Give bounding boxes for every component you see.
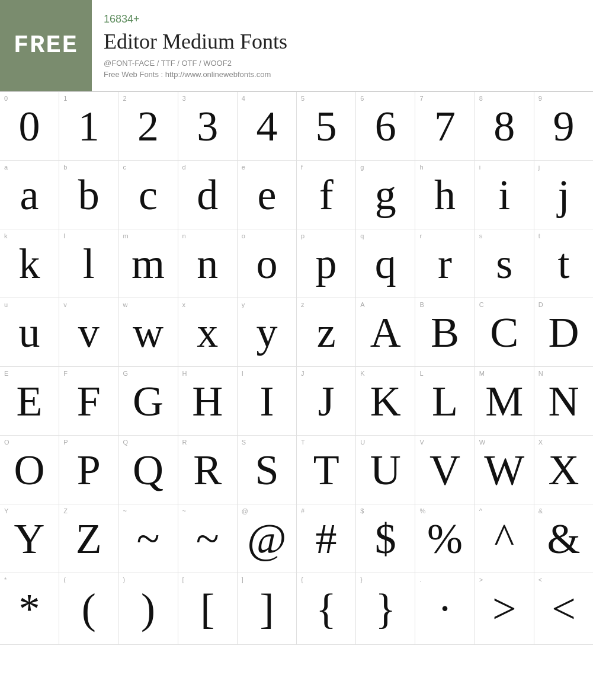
glyph-label: g (360, 164, 364, 171)
glyph-char: X (548, 449, 579, 491)
glyph-label: 2 (123, 95, 126, 102)
glyph-cell-1-7: hh (415, 161, 475, 229)
glyph-label: R (182, 439, 187, 446)
glyph-label: z (301, 301, 304, 308)
glyph-cell-1-8: ii (475, 161, 534, 229)
glyph-cell-0-3: 33 (178, 92, 238, 160)
glyph-label: h (419, 164, 423, 171)
glyph-cell-6-5: ## (297, 504, 356, 573)
glyph-char: v (78, 311, 100, 354)
glyph-char: w (133, 311, 164, 354)
glyph-char: ( (82, 587, 96, 630)
glyph-char: l (83, 242, 95, 285)
glyph-label: E (4, 370, 8, 377)
glyph-char: 5 (316, 105, 337, 148)
glyph-char: 1 (78, 105, 100, 148)
glyph-cell-1-5: ff (297, 161, 356, 229)
glyph-char: P (77, 449, 101, 491)
glyph-cell-7-9: << (534, 573, 593, 644)
glyph-cell-5-4: SS (238, 436, 297, 504)
glyph-char: I (259, 380, 274, 423)
glyph-cell-0-8: 88 (475, 92, 534, 160)
glyph-label: F (63, 370, 68, 377)
glyph-cell-1-2: cc (118, 161, 178, 229)
glyph-cell-7-6: }} (356, 573, 415, 644)
glyph-char: q (375, 242, 396, 285)
glyph-char: ^ (494, 517, 514, 560)
glyph-char: ~ (196, 517, 219, 560)
glyph-char: p (316, 242, 337, 285)
glyph-label: l (63, 232, 65, 239)
glyph-cell-7-0: ** (0, 573, 59, 644)
glyph-char: # (316, 517, 337, 560)
glyph-char: B (431, 311, 459, 354)
glyph-label: x (182, 301, 186, 308)
glyph-cell-3-4: yy (238, 298, 297, 366)
glyph-cell-3-5: zz (297, 298, 356, 366)
glyph-label: f (301, 164, 303, 171)
glyph-cell-1-3: dd (178, 161, 238, 229)
glyph-cell-6-9: && (534, 504, 593, 573)
glyph-char: { (316, 587, 336, 630)
glyph-cell-5-9: XX (534, 436, 593, 504)
glyph-cell-4-4: II (238, 367, 297, 435)
glyph-label: # (301, 507, 304, 514)
glyph-cell-5-7: VV (415, 436, 475, 504)
glyph-char: ] (259, 587, 274, 630)
glyph-row-4: EEFFGGHHIIJJKKLLMMNN (0, 367, 593, 436)
glyph-char: ~ (137, 517, 160, 560)
glyph-char: $ (375, 517, 396, 560)
glyph-cell-2-2: mm (118, 229, 178, 298)
glyph-cell-5-5: TT (297, 436, 356, 504)
glyph-cell-2-3: nn (178, 229, 238, 298)
glyph-cell-0-1: 11 (59, 92, 118, 160)
glyph-label: O (4, 439, 9, 446)
glyph-char: [ (200, 587, 214, 630)
glyph-char: Z (76, 517, 102, 560)
glyph-cell-1-6: gg (356, 161, 415, 229)
glyph-label: { (301, 576, 303, 583)
glyph-char: Y (14, 517, 45, 560)
glyph-label: 8 (479, 95, 483, 102)
glyph-cell-6-3: ~~ (178, 504, 238, 573)
glyph-label: w (123, 301, 127, 308)
glyph-label: G (123, 370, 128, 377)
header-count: 16834+ (104, 13, 287, 25)
glyph-label: S (242, 439, 246, 446)
glyph-label: * (4, 576, 7, 583)
glyph-char: 3 (197, 105, 218, 148)
glyph-char: k (19, 242, 40, 285)
glyph-char: 6 (375, 105, 396, 148)
glyph-label: 1 (63, 95, 67, 102)
glyph-cell-4-7: LL (415, 367, 475, 435)
glyph-cell-2-4: oo (238, 229, 297, 298)
glyph-cell-4-8: MM (475, 367, 534, 435)
glyph-label: . (419, 576, 421, 583)
header-info: 16834+ Editor Medium Fonts @FONT-FACE / … (92, 0, 299, 91)
glyph-label: r (419, 232, 422, 239)
glyph-row-6: YYZZ~~~~@@##$$%%^^&& (0, 504, 593, 573)
glyph-char: d (197, 174, 218, 216)
glyph-char: F (77, 380, 101, 423)
glyph-label: e (242, 164, 245, 171)
header-site: Free Web Fonts : http://www.onlinewebfon… (104, 70, 287, 79)
glyph-label: n (182, 232, 186, 239)
glyph-label: m (123, 232, 128, 239)
glyph-char: @ (247, 517, 286, 560)
glyph-cell-4-1: FF (59, 367, 118, 435)
glyph-label: c (123, 164, 126, 171)
glyph-label: U (360, 439, 365, 446)
glyph-cell-2-5: pp (297, 229, 356, 298)
glyph-char: b (78, 174, 100, 216)
glyph-label: H (182, 370, 187, 377)
glyph-label: v (63, 301, 67, 308)
glyph-cell-0-9: 99 (534, 92, 593, 160)
glyph-char: E (17, 380, 43, 423)
glyph-char: c (139, 174, 158, 216)
glyph-label: a (4, 164, 8, 171)
glyph-label: M (479, 370, 485, 377)
glyph-char: > (492, 587, 517, 630)
glyph-char: W (484, 449, 524, 491)
glyph-label: } (360, 576, 363, 583)
glyph-row-5: OOPPQQRRSSTTUUVVWWXX (0, 436, 593, 504)
